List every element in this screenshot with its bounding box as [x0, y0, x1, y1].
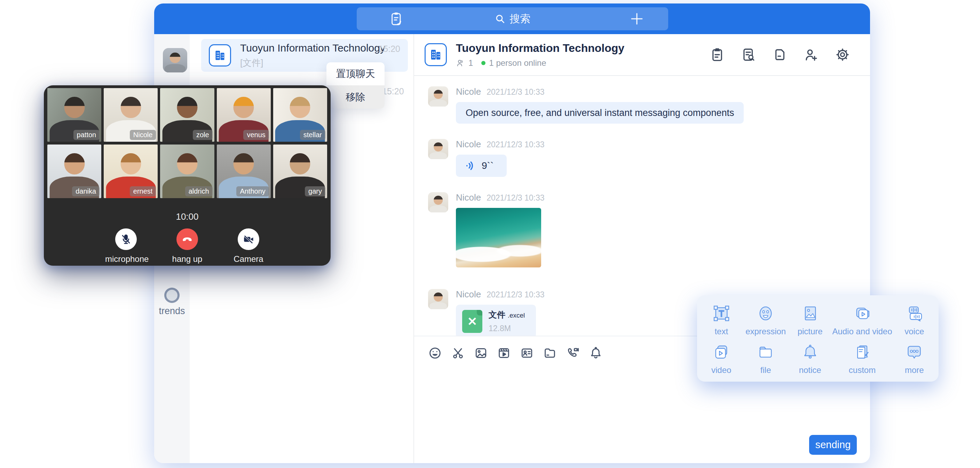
- image-icon: [474, 346, 488, 360]
- participant-name: patton: [73, 130, 100, 140]
- survey-button[interactable]: [710, 47, 725, 62]
- participant-name: Anthony: [236, 186, 269, 196]
- panel-item-video[interactable]: video: [699, 340, 743, 377]
- call-records-button[interactable]: [381, 7, 412, 30]
- file-name: 文件: [488, 310, 505, 319]
- picture-icon: [800, 303, 820, 323]
- send-button[interactable]: sending: [809, 435, 857, 455]
- survey-icon: [710, 47, 725, 62]
- image-message-beach[interactable]: [456, 208, 541, 267]
- message-timestamp: 2021/12/3 10:33: [487, 140, 544, 149]
- participant-video[interactable]: venus: [217, 88, 271, 142]
- participant-video[interactable]: patton: [47, 88, 101, 142]
- emoji-button[interactable]: [428, 346, 442, 360]
- chat-history-icon: [741, 47, 756, 62]
- sender-avatar[interactable]: [428, 139, 448, 159]
- panel-item-more[interactable]: more: [892, 340, 937, 377]
- member-count: 1: [468, 58, 473, 68]
- composer-input[interactable]: sending: [414, 370, 870, 463]
- image-button[interactable]: [474, 346, 488, 360]
- file-button[interactable]: [543, 346, 557, 360]
- chat-group-avatar: [425, 43, 447, 66]
- group-file-button[interactable]: [773, 47, 787, 62]
- panel-item-picture[interactable]: picture: [788, 302, 832, 338]
- voice-bubble[interactable]: 9``: [456, 155, 507, 177]
- online-status: 1 person online: [489, 58, 546, 68]
- camera-off-button[interactable]: Camera: [228, 228, 269, 264]
- participant-video[interactable]: Nicole: [104, 88, 158, 142]
- excel-file-icon: ✕: [462, 310, 482, 333]
- camera-off-icon: [242, 233, 255, 246]
- microphone-label: microphone: [105, 254, 147, 264]
- panel-item-file[interactable]: file: [743, 340, 788, 377]
- settings-button[interactable]: [835, 47, 850, 62]
- top-bar: 搜索: [154, 3, 870, 34]
- participant-video[interactable]: Anthony: [217, 144, 271, 198]
- menu-item-remove[interactable]: 移除: [326, 85, 385, 109]
- members-icon: [456, 59, 465, 67]
- conversation-time: 15:20: [378, 44, 400, 54]
- custom-icon: [852, 342, 872, 362]
- my-avatar[interactable]: [163, 48, 187, 72]
- add-button[interactable]: [621, 7, 652, 30]
- clapper-icon: [497, 346, 511, 360]
- participant-grid: patton Nicole zole venus stellar danika …: [47, 88, 327, 198]
- screenshot-button[interactable]: [451, 346, 465, 360]
- panel-item-custom[interactable]: custom: [832, 340, 892, 377]
- mute-microphone-button[interactable]: microphone: [105, 228, 147, 264]
- panel-item-audio-video[interactable]: Audio and video: [832, 302, 892, 338]
- group-avatar: [209, 44, 231, 67]
- participant-video[interactable]: ernest: [104, 144, 158, 198]
- chat-history-button[interactable]: [741, 47, 756, 62]
- panel-item-label: video: [711, 365, 731, 375]
- hang-up-button[interactable]: hang up: [166, 228, 208, 264]
- hang-up-icon: [181, 233, 194, 246]
- menu-item-pin-chat[interactable]: 置顶聊天: [326, 62, 385, 85]
- participant-video[interactable]: stellar: [273, 88, 327, 142]
- participant-video[interactable]: aldrich: [160, 144, 214, 198]
- message-voice: Nicole 2021/12/3 10:33 9``: [428, 139, 870, 177]
- panel-item-expression[interactable]: expression: [743, 302, 788, 338]
- panel-item-label: text: [714, 327, 728, 336]
- microphone-off-icon: [120, 233, 132, 245]
- building-icon: [213, 48, 227, 62]
- participant-video[interactable]: gary: [273, 144, 327, 198]
- gear-icon: [835, 47, 850, 62]
- file-info: 文件 .excel 12.8M: [488, 309, 525, 333]
- panel-item-text[interactable]: text: [699, 302, 743, 338]
- sender-name: Nicole: [456, 192, 481, 203]
- text-icon: [712, 303, 731, 323]
- contact-card-button[interactable]: [520, 346, 534, 360]
- file-bubble[interactable]: ✕ 文件 .excel 12.8M: [456, 305, 536, 336]
- file-icon: [773, 47, 787, 62]
- text-bubble[interactable]: Open source, free, and universal instant…: [456, 102, 744, 124]
- sender-avatar[interactable]: [428, 86, 448, 107]
- video-call-overlay: patton Nicole zole venus stellar danika …: [44, 85, 331, 266]
- trends-icon: [164, 288, 180, 303]
- chat-area: Tuoyun Information Technology 1 1 person…: [414, 34, 870, 463]
- folder-icon: [756, 342, 775, 362]
- contact-card-icon: [520, 346, 534, 360]
- voice-icon: [904, 303, 924, 323]
- add-member-button[interactable]: [804, 47, 819, 62]
- video-message-button[interactable]: [497, 346, 511, 360]
- panel-item-voice[interactable]: voice: [892, 302, 937, 338]
- video-call-button[interactable]: [566, 346, 580, 360]
- sidebar-item-trends[interactable]: trends: [154, 288, 190, 316]
- participant-name: Nicole: [130, 130, 156, 140]
- panel-item-notice[interactable]: notice: [788, 340, 832, 377]
- panel-item-label: Audio and video: [832, 327, 892, 336]
- emoji-icon: [428, 346, 442, 360]
- panel-item-label: custom: [849, 365, 876, 375]
- notify-button[interactable]: [589, 346, 603, 360]
- message-type-panel: text expression picture Audio and video: [697, 295, 939, 382]
- call-records-icon: [390, 11, 404, 26]
- participant-video[interactable]: danika: [47, 144, 101, 198]
- search-bar[interactable]: 搜索: [357, 7, 668, 30]
- trends-label: trends: [154, 306, 190, 316]
- search-icon: [495, 13, 506, 24]
- sender-avatar[interactable]: [428, 192, 448, 212]
- participant-video[interactable]: zole: [160, 88, 214, 142]
- more-icon: [904, 342, 924, 362]
- sender-avatar[interactable]: [428, 289, 448, 309]
